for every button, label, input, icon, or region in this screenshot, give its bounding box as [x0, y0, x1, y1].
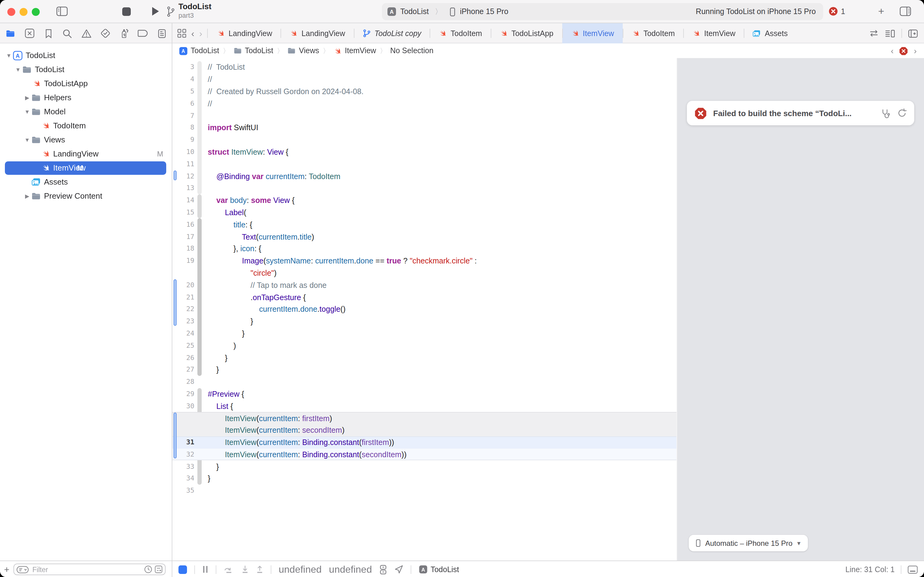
filter-input[interactable] — [31, 565, 142, 574]
change-bar[interactable] — [174, 413, 177, 458]
breadcrumb-todolist[interactable]: TodoList — [233, 47, 273, 55]
disclosure-down-icon[interactable]: ▼ — [23, 108, 31, 114]
code-line-23[interactable]: 23 } — [172, 315, 676, 327]
tab-landingview[interactable]: LandingView — [281, 23, 354, 44]
code-line-25[interactable]: 25 ) — [172, 340, 676, 352]
tests-navigator-icon[interactable] — [100, 28, 111, 39]
code-line-24[interactable]: 24 } — [172, 327, 676, 340]
code-line-19[interactable]: 19 Image(systemName: currentItem.done ==… — [172, 255, 676, 267]
step-into-icon[interactable] — [241, 565, 249, 574]
sidebar-item-preview-content[interactable]: ▶Preview Content — [0, 189, 172, 203]
sidebar-item-landingview[interactable]: LandingViewM — [0, 147, 172, 161]
swap-editors-icon[interactable] — [869, 29, 879, 37]
sidebar-item-todoitem[interactable]: TodoItem — [0, 119, 172, 133]
diagnose-icon[interactable] — [881, 108, 891, 118]
back-icon[interactable]: ‹ — [191, 28, 194, 39]
code-line-4[interactable]: 4// — [172, 73, 676, 85]
scheme-device[interactable]: iPhone 15 Pro — [460, 7, 508, 16]
add-editor-icon[interactable] — [908, 29, 918, 38]
project-navigator-icon[interactable] — [5, 28, 16, 39]
code-line-34[interactable]: 34} — [172, 472, 676, 485]
stop-button[interactable] — [122, 7, 131, 16]
code-line-28[interactable]: 28 — [172, 376, 676, 388]
tab-itemview[interactable]: ItemView — [684, 23, 744, 44]
breadcrumb-views[interactable]: Views — [287, 47, 319, 55]
add-tab-icon[interactable]: + — [878, 5, 884, 18]
bookmarks-navigator-icon[interactable] — [43, 28, 54, 39]
code-line[interactable]: ItemView(currentItem: secondItem) — [172, 424, 676, 437]
code-line-27[interactable]: 27 } — [172, 364, 676, 376]
project-title-group[interactable]: TodoList part3 — [179, 2, 211, 19]
code-line-29[interactable]: 29#Preview { — [172, 388, 676, 400]
code-line-20[interactable]: 20 // Tap to mark as done — [172, 279, 676, 291]
sidebar-item-helpers[interactable]: ▶Helpers — [0, 90, 172, 105]
code-line-10[interactable]: 10struct ItemView: View { — [172, 146, 676, 158]
forward-icon[interactable]: › — [199, 28, 202, 39]
recents-clock-icon[interactable] — [144, 566, 152, 573]
filter-menu-icon[interactable] — [16, 566, 29, 573]
find-navigator-icon[interactable] — [62, 28, 73, 39]
tab-todoitem[interactable]: TodoItem — [623, 23, 684, 44]
code-line-9[interactable]: 9 — [172, 134, 676, 146]
editor-options-icon[interactable] — [885, 29, 895, 38]
debug-session-label[interactable]: ATodoList — [418, 565, 459, 574]
breakpoints-toggle-button[interactable] — [179, 565, 187, 574]
tab-todoitem[interactable]: TodoItem — [430, 23, 491, 44]
sidebar-toggle-icon[interactable] — [56, 6, 68, 16]
zoom-window-button[interactable] — [32, 8, 40, 16]
sidebar-item-model[interactable]: ▼Model — [0, 105, 172, 119]
run-button[interactable] — [151, 6, 160, 16]
change-bar[interactable] — [174, 280, 177, 326]
tab-todolistapp[interactable]: TodoListApp — [491, 23, 562, 44]
error-octagon-icon[interactable] — [899, 46, 908, 55]
breadcrumb-itemview[interactable]: ItemView — [333, 47, 376, 55]
pause-icon[interactable] — [202, 566, 208, 573]
code-line-21[interactable]: 21 .onTapGesture { — [172, 291, 676, 303]
step-over-icon[interactable] — [224, 565, 234, 574]
close-window-button[interactable] — [7, 8, 15, 16]
code-line-22[interactable]: 22 currentItem.done.toggle() — [172, 303, 676, 315]
breadcrumb-todolist[interactable]: ATodoList — [179, 47, 219, 55]
scm-status-filter-icon[interactable] — [155, 566, 163, 573]
next-issue-icon[interactable]: › — [914, 46, 917, 56]
code-line-17[interactable]: 17 Text(currentItem.title) — [172, 230, 676, 243]
code-line-6[interactable]: 6// — [172, 97, 676, 110]
change-bar[interactable] — [174, 171, 177, 180]
code-line-32[interactable]: 32 ItemView(currentItem: Binding.constan… — [172, 448, 676, 461]
code-line[interactable]: "circle") — [172, 267, 676, 279]
minimize-window-button[interactable] — [19, 8, 27, 16]
code-line-33[interactable]: 33 } — [172, 461, 676, 473]
code-line-35[interactable]: 35 — [172, 485, 676, 497]
disclosure-down-icon[interactable]: ▼ — [23, 137, 31, 143]
preview-device-selector[interactable]: Automatic – iPhone 15 Pro ▼ — [689, 535, 808, 551]
code-line[interactable]: ItemView(currentItem: firstItem) — [172, 412, 676, 424]
sidebar-item-views[interactable]: ▼Views — [0, 133, 172, 147]
breakpoints-navigator-icon[interactable] — [137, 28, 148, 39]
sidebar-item-todolist[interactable]: ▼TodoList — [0, 62, 172, 76]
previous-issue-icon[interactable]: ‹ — [891, 46, 893, 56]
code-line-5[interactable]: 5// Created by Russell Gordon on 2024-04… — [172, 85, 676, 97]
code-line-16[interactable]: 16 title: { — [172, 219, 676, 231]
scheme-selector[interactable]: A TodoList 〉 iPhone 15 Pro Running TodoL… — [382, 3, 823, 20]
view-hierarchy-icon[interactable]: undefined — [278, 564, 322, 575]
code-line-18[interactable]: 18 }, icon: { — [172, 243, 676, 255]
scheme-target[interactable]: TodoList — [400, 7, 429, 16]
step-out-icon[interactable] — [256, 565, 263, 574]
location-icon[interactable] — [394, 565, 403, 574]
sidebar-item-assets[interactable]: Assets — [0, 175, 172, 189]
code-line-8[interactable]: 8import SwiftUI — [172, 122, 676, 134]
disclosure-right-icon[interactable]: ▶ — [23, 94, 31, 100]
source-editor[interactable]: 3// TodoList4//5// Created by Russell Go… — [172, 58, 676, 561]
inspector-toggle-icon[interactable] — [900, 6, 911, 16]
memory-graph-icon[interactable]: undefined — [329, 564, 372, 575]
tab-assets[interactable]: Assets — [744, 23, 796, 44]
issue-count-badge[interactable]: 1 — [829, 7, 845, 16]
keyboard-toggle-icon[interactable] — [908, 565, 918, 574]
breadcrumb-no-selection[interactable]: No Selection — [390, 47, 434, 55]
disclosure-down-icon[interactable]: ▼ — [5, 52, 13, 58]
reports-navigator-icon[interactable] — [156, 28, 167, 39]
tab-todolist-copy[interactable]: TodoList copy — [354, 23, 430, 44]
tab-itemview[interactable]: ItemView — [562, 23, 622, 44]
code-line-12[interactable]: 12 @Binding var currentItem: TodoItem — [172, 170, 676, 182]
code-line-14[interactable]: 14 var body: some View { — [172, 194, 676, 206]
